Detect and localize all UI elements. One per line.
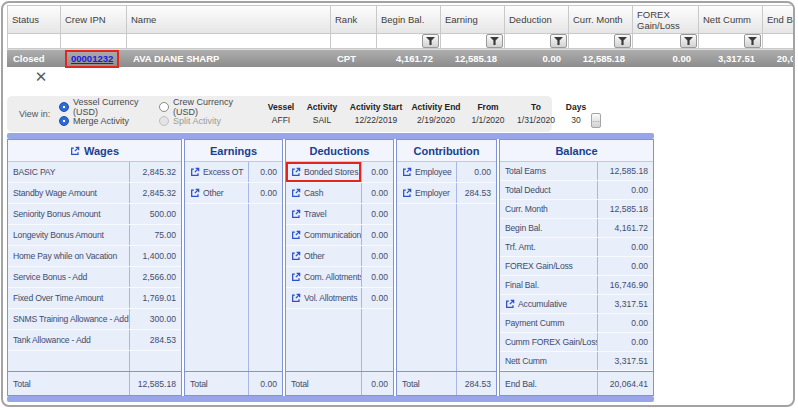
panel-total-row: Total 284.53 [397, 371, 496, 395]
view-in-radios: Vessel Currency (USD) Crew Currency (USD… [59, 100, 259, 128]
panel-row: Tank Allowance - Add 284.53 [8, 330, 181, 351]
close-icon[interactable]: ✕ [31, 68, 51, 86]
panel-row: Total Deduct 0.00 [500, 181, 653, 200]
panel-total-row: End Bal. 20,064.41 [500, 371, 653, 395]
cell-status: Closed [7, 50, 61, 67]
more-button[interactable]: … [591, 113, 601, 128]
panel-balance: Balance Total Earns 12,585.18 Total Dedu… [499, 139, 654, 396]
column-header[interactable]: Deduction [505, 5, 569, 34]
external-link-icon[interactable] [291, 272, 301, 282]
panel-row: Communication 0.00 [286, 225, 393, 246]
panel-title: Wages [8, 140, 181, 162]
radio-icon [159, 116, 169, 126]
cell-end-bal: 20,064.41 [763, 50, 793, 67]
external-link-icon[interactable] [402, 188, 412, 198]
column-header[interactable]: Crew IPN [61, 5, 127, 34]
panel-row: Home Pay while on Vacation 1,400.00 [8, 246, 181, 267]
view-in-bar: View in: Vessel Currency (USD) Crew Curr… [7, 96, 552, 132]
filter-icon[interactable] [550, 34, 567, 48]
external-link-icon[interactable] [70, 146, 80, 156]
panel-row: BASIC PAY 2,845.32 [8, 162, 181, 183]
panel-spacer [8, 351, 181, 371]
filter-icon[interactable] [486, 34, 503, 48]
external-link-icon[interactable] [505, 299, 515, 309]
panel-row: Accumulative 3,317.51 [500, 295, 653, 314]
filter-icon[interactable] [422, 34, 439, 48]
column-header[interactable]: Nett Cumm [699, 5, 763, 34]
filter-cell[interactable] [7, 34, 61, 49]
panel-spacer [397, 204, 496, 371]
filter-cell[interactable] [441, 34, 505, 49]
panel-row: Fixed Over Time Amount 1,769.01 [8, 288, 181, 309]
radio-option[interactable]: Split Activity [159, 114, 259, 128]
column-header[interactable]: FOREX Gain/Loss [633, 5, 699, 34]
external-link-icon[interactable] [291, 209, 301, 219]
cell-curr-month: 12,585.18 [569, 50, 633, 67]
red-highlight-box: 00001232 [65, 50, 119, 68]
external-link-icon[interactable] [291, 167, 301, 177]
cell-earning: 12,585.18 [441, 50, 505, 67]
panel-title: Deductions [286, 140, 393, 162]
radio-icon [59, 116, 69, 126]
panel-total-row: Total 0.00 [185, 371, 282, 395]
filter-cell[interactable] [763, 34, 793, 49]
filter-cell[interactable] [331, 34, 377, 49]
filter-cell[interactable] [699, 34, 763, 49]
view-in-label: View in: [19, 109, 59, 119]
external-link-icon[interactable] [291, 188, 301, 198]
external-link-icon[interactable] [291, 251, 301, 261]
panel-spacer [185, 204, 282, 371]
column-header[interactable]: Name [127, 5, 331, 34]
panel-row: Other 0.00 [185, 183, 282, 204]
panel-row: Longevity Bonus Amount 75.00 [8, 225, 181, 246]
radio-option[interactable]: Crew Currency (USD) [159, 100, 259, 114]
panel-row: Payment Cumm 0.00 [500, 314, 653, 333]
panel-row: Excess OT 0.00 [185, 162, 282, 183]
filter-icon[interactable] [680, 34, 697, 48]
panel-row: Final Bal. 16,746.90 [500, 276, 653, 295]
panel-earnings: Earnings Excess OT 0.00 Other 0.00 Total… [184, 139, 283, 396]
scrollbar-bottom[interactable] [7, 396, 654, 402]
app-window: Status Crew IPN Name Rank Begin Bal. Ear… [1, 1, 795, 407]
panel-row: Cumm FOREX Gain/Loss 0.00 [500, 333, 653, 352]
crew-grid: Status Crew IPN Name Rank Begin Bal. Ear… [7, 5, 793, 71]
panel-row: Travel 0.00 [286, 204, 393, 225]
external-link-icon[interactable] [190, 188, 200, 198]
filter-cell[interactable] [127, 34, 331, 49]
column-header[interactable]: Begin Bal. [377, 5, 441, 34]
external-link-icon[interactable] [402, 167, 412, 177]
filter-cell[interactable] [377, 34, 441, 49]
crew-ipn-link[interactable]: 00001232 [71, 53, 113, 64]
panel-title: Contribution [397, 140, 496, 162]
payroll-panels: Wages BASIC PAY 2,845.32 Standby Wage Am… [7, 133, 654, 402]
filter-icon[interactable] [744, 34, 761, 48]
filter-cell[interactable] [61, 34, 127, 49]
cell-crew-ipn: 00001232 [61, 50, 127, 67]
filter-icon[interactable] [614, 34, 631, 48]
cell-nett-cumm: 3,317.51 [699, 50, 763, 67]
column-header[interactable]: Earning [441, 5, 505, 34]
panel-row: Seniority Bonus Amount 500.00 [8, 204, 181, 225]
external-link-icon[interactable] [291, 230, 301, 240]
panel-row: Nett Cumm 3,317.51 [500, 352, 653, 371]
activity-field: Vessel AFFI [265, 101, 297, 127]
column-header[interactable]: Rank [331, 5, 377, 34]
panel-total-row: Total 0.00 [286, 371, 393, 395]
panel-row: Employee 0.00 [397, 162, 496, 183]
filter-cell[interactable] [505, 34, 569, 49]
activity-field: Activity End 2/19/2020 [409, 101, 463, 127]
column-header[interactable]: End Bal. [763, 5, 793, 34]
external-link-icon[interactable] [291, 293, 301, 303]
column-header[interactable]: Curr. Month [569, 5, 633, 34]
panel-row: Curr. Month 12,585.18 [500, 200, 653, 219]
radio-option[interactable]: Merge Activity [59, 114, 159, 128]
activity-field: Activity SAIL [301, 101, 343, 127]
crew-row-selected[interactable]: Closed 00001232 AVA DIANE SHARP CPT 4,16… [7, 49, 793, 67]
column-header[interactable]: Status [7, 5, 61, 34]
filter-cell[interactable] [569, 34, 633, 49]
external-link-icon[interactable] [190, 167, 200, 177]
panel-row: FOREX Gain/Loss 0.00 [500, 257, 653, 276]
filter-cell[interactable] [633, 34, 699, 49]
panel-spacer [286, 309, 393, 371]
radio-option[interactable]: Vessel Currency (USD) [59, 100, 159, 114]
